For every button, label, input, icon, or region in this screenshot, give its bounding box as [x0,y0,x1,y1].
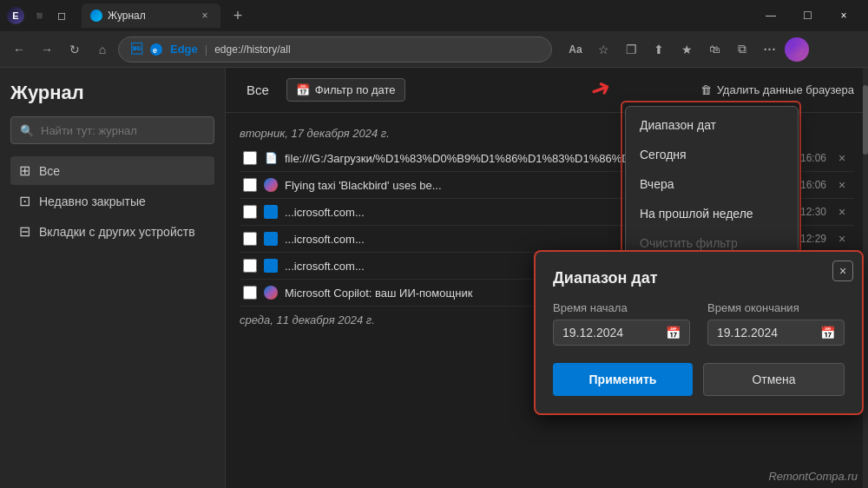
close-btn[interactable]: × [826,3,861,28]
edge-icon:  [131,43,142,56]
copilot-icon [264,178,278,192]
sidebar: Журнал 🔍 ⊞ Все ⊡ Недавно закрытые ⊟ Вкла… [0,68,226,488]
apply-btn[interactable]: Применить [553,363,693,396]
split-view-btn[interactable]: ⧉ [729,36,755,63]
share-btn[interactable]: ⬆ [646,36,672,63]
forward-btn[interactable]: → [35,37,59,62]
edge-label: Edge [170,43,198,56]
dialog-actions: Применить Отмена [553,363,845,396]
start-field: Время начала 19.12.2024 📅 [553,301,690,346]
read-mode-btn[interactable]: Аа [562,36,589,63]
history-item-checkbox[interactable] [243,232,257,246]
favorites-btn[interactable]: ☆ [590,36,616,63]
dropdown-item-range[interactable]: Диапазон дат [626,110,798,140]
sidebar-item-all-label: Все [39,164,60,178]
scrollbar-thumb[interactable] [863,85,868,155]
watermark: RemontCompa.ru [768,470,858,483]
other-devices-icon: ⊟ [19,223,30,240]
address-separator: | [205,43,207,56]
collections-btn[interactable]: ❐ [618,36,644,63]
tab-title: Журнал [108,10,193,22]
history-item-delete-btn[interactable]: × [833,176,851,194]
end-label: Время окончания [707,301,845,314]
minimize-btn[interactable]: — [753,3,788,28]
edge-logo-icon: e [149,43,163,56]
main-layout: Журнал 🔍 ⊞ Все ⊡ Недавно закрытые ⊟ Вкла… [0,68,868,488]
search-box[interactable]: 🔍 [10,116,214,144]
browser-window: E ◾ ◻ Журнал × + — ☐ × ← → ↻ ⌂  [0,0,868,488]
filter-by-date-btn[interactable]: 📅 Фильтр по дате [286,78,405,102]
end-calendar-icon[interactable]: 📅 [820,326,835,340]
more-btn[interactable]: ··· [757,36,783,63]
tab-back-btn[interactable]: ◾ [30,6,49,25]
refresh-btn[interactable]: ↻ [62,37,87,62]
history-item-checkbox[interactable] [243,286,257,300]
copilot-icon [264,286,278,300]
sidebar-title: Журнал [10,82,214,104]
red-arrow-indicator: ➜ [586,72,615,106]
shopping-btn[interactable]: 🛍 [701,36,727,63]
filter-dropdown-menu: Диапазон дат Сегодня Вчера На прошлой не… [625,106,799,262]
cancel-btn[interactable]: Отмена [703,363,845,396]
tab-favicon [90,10,102,22]
sidebar-item-recent-closed[interactable]: ⊡ Недавно закрытые [10,187,214,215]
browser-favorites-btn[interactable]: ★ [674,36,700,63]
ms-icon [264,259,278,273]
filter-btn-label: Фильтр по дате [315,83,396,96]
history-item-delete-btn[interactable]: × [833,203,851,221]
all-icon: ⊞ [19,162,30,179]
new-tab-btn[interactable]: + [226,3,250,28]
dropdown-item-today[interactable]: Сегодня [626,140,798,169]
ms-icon [264,232,278,246]
end-date-value: 19.12.2024 [717,326,813,340]
maximize-btn[interactable]: ☐ [790,3,825,28]
delete-btn-label: Удалить данные браузера [717,83,854,96]
sidebar-item-all[interactable]: ⊞ Все [10,156,214,185]
tab-bar: E ◾ ◻ Журнал × + — ☐ × [0,0,868,31]
toolbar-icons: Аа ☆ ❐ ⬆ ★ 🛍 ⧉ ··· [562,36,809,63]
end-input-row[interactable]: 19.12.2024 📅 [707,320,845,346]
history-item-checkbox[interactable] [243,151,257,165]
dropdown-item-last-week[interactable]: На прошлой неделе [626,199,798,228]
address-text: edge://history/all [214,43,290,56]
all-tab-label: Все [240,79,276,101]
search-icon: 🔍 [20,124,34,137]
start-date-value: 19.12.2024 [562,326,659,340]
dialog-title: Диапазон дат [553,269,845,287]
history-item-delete-btn[interactable]: × [833,230,851,247]
dialog-close-btn[interactable]: × [832,260,853,281]
file-icon: 📄 [264,151,278,165]
history-item-checkbox[interactable] [243,259,257,273]
browser-logo-icon: E [7,7,24,24]
delete-icon: 🗑 [700,83,712,96]
tab-group-btn[interactable]: ◻ [52,6,71,25]
address-input[interactable]:  e Edge | edge://history/all [118,36,552,63]
history-item-checkbox[interactable] [243,178,257,192]
recent-closed-icon: ⊡ [19,193,30,209]
ms-icon [264,205,278,219]
end-field: Время окончания 19.12.2024 📅 [707,301,845,346]
start-input-row[interactable]: 19.12.2024 📅 [553,320,690,346]
filter-calendar-icon: 📅 [296,83,310,96]
start-calendar-icon[interactable]: 📅 [666,326,681,340]
search-input[interactable] [41,124,205,137]
dialog-fields: Время начала 19.12.2024 📅 Время окончани… [553,301,845,346]
back-btn[interactable]: ← [7,37,31,62]
profile-icon[interactable] [785,37,809,62]
date-range-dialog: × Диапазон дат Время начала 19.12.2024 📅… [534,250,864,415]
delete-browser-data-btn[interactable]: 🗑 Удалить данные браузера [700,83,854,96]
sidebar-item-other-devices[interactable]: ⊟ Вкладки с других устройств [10,217,214,246]
active-tab[interactable]: Журнал × [82,3,220,28]
content-area: Все 📅 Фильтр по дате ➜ 🗑 Удалить данные … [226,68,868,488]
svg-text:e: e [153,46,157,55]
tab-controls: ◾ ◻ [30,6,71,25]
tab-close-btn[interactable]: × [198,9,212,23]
history-item-checkbox[interactable] [243,205,257,219]
svg-point-2 [790,43,804,56]
window-controls: — ☐ × [753,3,861,28]
sidebar-item-recent-label: Недавно закрытые [39,195,146,208]
home-btn[interactable]: ⌂ [90,37,115,62]
dropdown-item-yesterday[interactable]: Вчера [626,169,798,199]
sidebar-item-devices-label: Вкладки с других устройств [39,225,195,239]
history-item-delete-btn[interactable]: × [833,149,851,167]
